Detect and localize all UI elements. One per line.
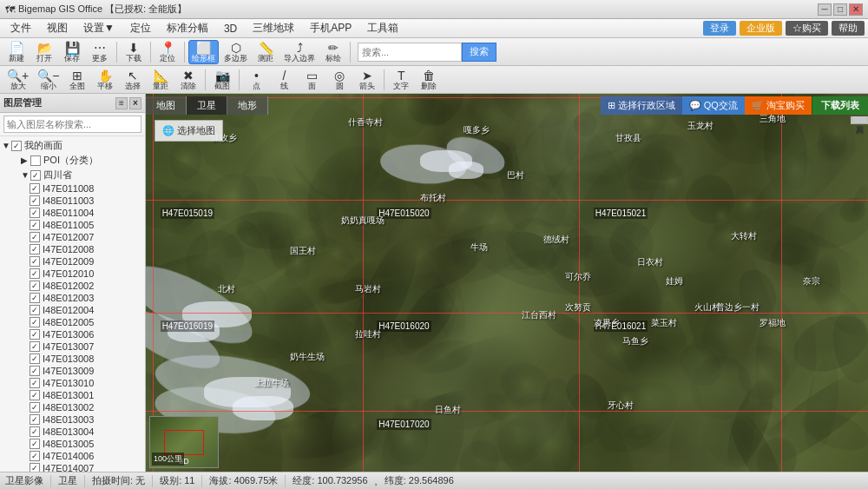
- layer-search-input[interactable]: [3, 116, 141, 133]
- tree-item-26[interactable]: I47E014007: [0, 462, 145, 472]
- menu-toolbox[interactable]: 工具箱: [360, 19, 405, 37]
- import-border-button[interactable]: ⤴ 导入边界: [280, 40, 319, 64]
- tree-item-8[interactable]: I47E012008: [0, 243, 145, 255]
- tab-map[interactable]: 地图: [146, 96, 187, 115]
- tree-item-23[interactable]: I48E013004: [0, 426, 145, 438]
- close-button[interactable]: ✕: [849, 3, 863, 16]
- select-button[interactable]: ↖ 选择: [120, 68, 146, 92]
- checkbox-5[interactable]: [30, 208, 40, 218]
- checkbox-11[interactable]: [30, 281, 40, 291]
- tree-item-17[interactable]: I47E013008: [0, 353, 145, 365]
- mark-button[interactable]: ✏ 标绘: [320, 40, 346, 64]
- draw-point-button[interactable]: • 点: [243, 68, 269, 92]
- search-input[interactable]: [358, 43, 462, 62]
- checkbox-9[interactable]: [30, 256, 40, 267]
- zoom-in-button[interactable]: 🔍+ 放大: [3, 68, 32, 92]
- menu-mobileapp[interactable]: 手机APP: [303, 19, 358, 37]
- checkbox-7[interactable]: [30, 232, 40, 242]
- checkbox-6[interactable]: [30, 220, 40, 230]
- draw-line-button[interactable]: / 线: [271, 68, 297, 92]
- checkbox-25[interactable]: [30, 451, 40, 461]
- checkbox-26[interactable]: [30, 463, 40, 472]
- tree-item-15[interactable]: I47E013006: [0, 328, 145, 340]
- menu-settings[interactable]: 设置▼: [76, 19, 122, 37]
- locate-button[interactable]: 📍 定位: [155, 40, 181, 64]
- tree-item-19[interactable]: I47E013010: [0, 377, 145, 389]
- tree-poi[interactable]: ▶ POI（分类）: [0, 153, 145, 168]
- checkbox-3[interactable]: [30, 183, 40, 194]
- taobao-buy-button[interactable]: 🛒 淘宝购买: [745, 96, 812, 115]
- checkbox-15[interactable]: [30, 329, 40, 340]
- distance-button[interactable]: 📐 量距: [148, 68, 174, 92]
- sidebar-close-btn[interactable]: ×: [129, 97, 141, 109]
- tree-item-21[interactable]: I48E013002: [0, 401, 145, 413]
- checkbox-21[interactable]: [30, 402, 40, 413]
- draw-area-button[interactable]: ▭ 面: [299, 68, 325, 92]
- checkbox-13[interactable]: [30, 305, 40, 315]
- arrow-button[interactable]: ➤ 箭头: [354, 68, 380, 92]
- maximize-button[interactable]: □: [833, 3, 847, 16]
- checkbox-16[interactable]: [30, 341, 40, 352]
- minimize-button[interactable]: ─: [818, 3, 832, 16]
- menu-grid[interactable]: 标准分幅: [160, 19, 215, 37]
- polygon-button[interactable]: ⬡ 多边形: [220, 40, 251, 64]
- tree-sichuan[interactable]: ▼ 四川省: [0, 168, 145, 182]
- checkbox-22[interactable]: [30, 414, 40, 425]
- tree-item-11[interactable]: I48E012002: [0, 280, 145, 292]
- choose-map-button[interactable]: 🌐 选择地图: [155, 120, 223, 142]
- tree-item-10[interactable]: I47E012010: [0, 268, 145, 280]
- menu-3dearth[interactable]: 三维地球: [246, 19, 301, 37]
- admin-region-button[interactable]: ⊞ 选择行政区域: [601, 96, 682, 115]
- clear-button[interactable]: ✖ 清除: [175, 68, 201, 92]
- screenshot-button[interactable]: 📷 截图: [209, 68, 235, 92]
- sichuan-checkbox[interactable]: [30, 170, 41, 181]
- tree-item-16[interactable]: I47E013007: [0, 340, 145, 353]
- checkbox-4[interactable]: [30, 195, 40, 206]
- tree-item-25[interactable]: I47E014006: [0, 450, 145, 462]
- checkbox-14[interactable]: [30, 317, 40, 327]
- checkbox-8[interactable]: [30, 244, 40, 254]
- menu-file[interactable]: 文件: [3, 19, 38, 37]
- full-extent-button[interactable]: ⊞ 全图: [64, 68, 90, 92]
- tree-item-18[interactable]: I47E013009: [0, 365, 145, 377]
- delete-mark-button[interactable]: 🗑 删除: [416, 68, 442, 92]
- root-checkbox[interactable]: [11, 141, 22, 151]
- tree-item-9[interactable]: I47E012009: [0, 255, 145, 268]
- text-button[interactable]: T 文字: [388, 68, 414, 92]
- download-button[interactable]: ⬇ 下载: [121, 40, 147, 64]
- checkbox-18[interactable]: [30, 366, 40, 376]
- menu-locate[interactable]: 定位: [123, 19, 158, 37]
- more-button1[interactable]: ⋯ 更多: [87, 40, 113, 64]
- checkbox-19[interactable]: [30, 378, 40, 388]
- checkbox-20[interactable]: [30, 390, 40, 400]
- pan-button[interactable]: ✋ 平移: [92, 68, 118, 92]
- tree-item-20[interactable]: I48E013001: [0, 389, 145, 401]
- tree-root[interactable]: ▼ 我的画面: [0, 138, 145, 153]
- checkbox-24[interactable]: [30, 439, 40, 449]
- checkbox-17[interactable]: [30, 354, 40, 364]
- tree-item-7[interactable]: I47E012007: [0, 231, 145, 243]
- tree-item-14[interactable]: I48E012005: [0, 316, 145, 328]
- tree-item-22[interactable]: I48E013003: [0, 413, 145, 426]
- tree-item-6[interactable]: I48E011005: [0, 219, 145, 231]
- download-list-button[interactable]: 下载列表: [812, 96, 868, 115]
- menu-view[interactable]: 视图: [40, 19, 75, 37]
- purchase-button[interactable]: ☆购买: [786, 21, 828, 36]
- tree-item-12[interactable]: I48E012003: [0, 292, 145, 304]
- measure-button[interactable]: 📏 测距: [253, 40, 279, 64]
- login-button[interactable]: 登录: [703, 21, 736, 36]
- tree-item-13[interactable]: I48E012004: [0, 304, 145, 316]
- checkbox-23[interactable]: [30, 426, 40, 437]
- checkbox-12[interactable]: [30, 293, 40, 303]
- enterprise-button[interactable]: 企业版: [740, 21, 782, 36]
- new-button[interactable]: 📄 新建: [3, 40, 30, 64]
- checkbox-10[interactable]: [30, 268, 40, 279]
- qq-chat-button[interactable]: 💬 QQ交流: [682, 96, 745, 115]
- open-button[interactable]: 📂 打开: [31, 40, 57, 64]
- tab-terrain[interactable]: 地形: [227, 96, 268, 115]
- menu-3d[interactable]: 3D: [217, 21, 244, 36]
- zoom-out-button[interactable]: 🔍− 缩小: [34, 68, 62, 92]
- map-container[interactable]: 地图 卫星 地形 ⊞ 选择行政区域 💬 QQ交流 🛒 淘宝购买 下载列表 🌐 选…: [146, 94, 868, 472]
- help-button[interactable]: 帮助: [832, 21, 865, 36]
- tree-item-24[interactable]: I48E013005: [0, 438, 145, 450]
